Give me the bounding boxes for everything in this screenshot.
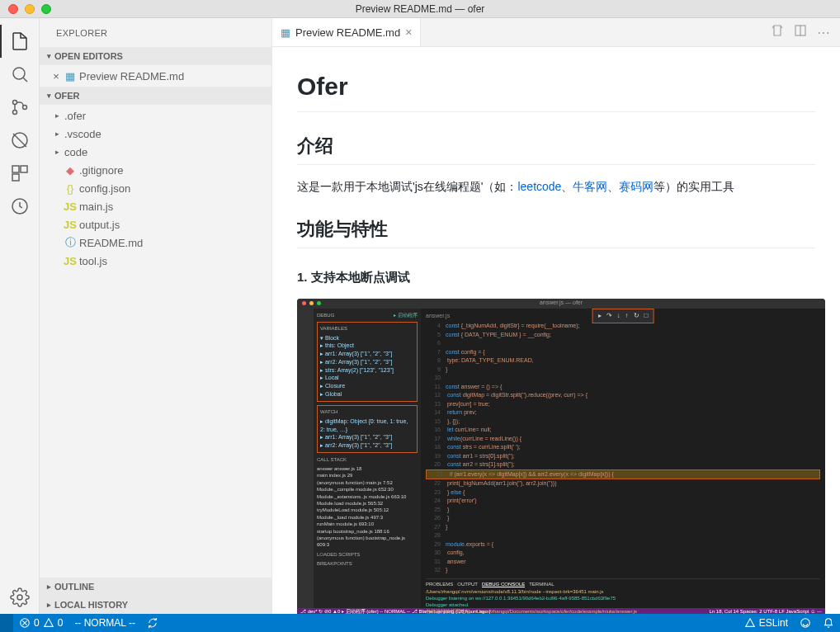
sync-button[interactable] xyxy=(141,614,164,632)
open-editor-item[interactable]: × ▦ Preview README.md xyxy=(40,67,271,85)
sidebar: EXPLORER ▾ OPEN EDITORS × ▦ Preview READ… xyxy=(40,18,272,614)
extensions-icon[interactable] xyxy=(0,157,40,190)
heading-1: Ofer xyxy=(297,68,815,112)
window-controls xyxy=(0,4,51,14)
search-icon[interactable] xyxy=(0,58,40,91)
statusbar: 0 0 -- NORMAL -- ESLint xyxy=(0,614,840,632)
source-control-icon[interactable] xyxy=(0,91,40,124)
local-history-header[interactable]: ▸ LOCAL HISTORY xyxy=(40,596,271,614)
tree-file[interactable]: JStool.js xyxy=(40,252,271,270)
activity-bar xyxy=(0,18,40,614)
chevron-down-icon: ▾ xyxy=(43,92,54,100)
tree-file[interactable]: JSmain.js xyxy=(40,197,271,215)
tree-file[interactable]: ◆.gitignore xyxy=(40,161,271,179)
eslint-button[interactable]: ESLint xyxy=(739,614,794,632)
minimize-window-button[interactable] xyxy=(25,4,35,14)
svg-point-0 xyxy=(13,68,25,79)
debug-icon[interactable] xyxy=(0,124,40,157)
embedded-screenshot-1: answer.js — ofer DEBUG▸ 启动程序 VARIABLES ▾… xyxy=(297,299,825,615)
editor-area: ▦ Preview README.md × ⋯ Ofer 介绍 这是一款用于本地… xyxy=(272,18,840,614)
info-icon: ⓘ xyxy=(63,235,78,250)
json-icon: {} xyxy=(63,182,78,195)
titlebar: Preview README.md — ofer xyxy=(0,0,840,18)
tab-label: Preview README.md xyxy=(295,26,400,39)
chevron-right-icon: ▸ xyxy=(51,130,63,138)
open-editor-label: Preview README.md xyxy=(79,70,184,83)
js-icon: JS xyxy=(63,255,78,267)
close-window-button[interactable] xyxy=(8,4,18,14)
gitignore-icon: ◆ xyxy=(63,164,78,177)
tree-folder[interactable]: ▸.ofer xyxy=(40,106,271,125)
timeline-icon[interactable] xyxy=(0,190,40,223)
open-editors-label: OPEN EDITORS xyxy=(54,51,123,61)
preview-icon: ▦ xyxy=(281,26,290,39)
markdown-preview[interactable]: Ofer 介绍 这是一款用于本地调试'js在线编程题'（如：leetcode、牛… xyxy=(272,47,840,614)
intro-paragraph: 这是一款用于本地调试'js在线编程题'（如：leetcode、牛客网、赛码网等）… xyxy=(297,178,815,196)
tab-actions: ⋯ xyxy=(761,18,840,46)
link-niuke[interactable]: 牛客网 xyxy=(573,180,607,193)
explorer-icon[interactable] xyxy=(0,25,40,58)
svg-point-3 xyxy=(22,106,26,110)
maximize-window-button[interactable] xyxy=(41,4,51,14)
settings-gear-icon[interactable] xyxy=(0,581,40,614)
svg-point-2 xyxy=(12,111,17,115)
svg-rect-5 xyxy=(12,166,19,172)
svg-rect-6 xyxy=(21,166,27,172)
heading-2-features: 功能与特性 xyxy=(297,215,815,248)
svg-point-1 xyxy=(12,101,17,105)
window-title: Preview README.md — ofer xyxy=(356,3,485,15)
tree-file[interactable]: {}config.json xyxy=(40,179,271,197)
js-icon: JS xyxy=(63,219,78,231)
close-icon[interactable]: × xyxy=(50,70,63,83)
outline-label: OUTLINE xyxy=(54,582,94,592)
sidebar-title: EXPLORER xyxy=(40,18,271,47)
local-history-label: LOCAL HISTORY xyxy=(54,600,128,610)
notifications-icon[interactable] xyxy=(817,614,840,632)
more-icon[interactable]: ⋯ xyxy=(817,25,830,40)
tabs-bar: ▦ Preview README.md × ⋯ xyxy=(272,18,840,47)
svg-point-9 xyxy=(17,595,22,600)
svg-rect-7 xyxy=(12,174,19,181)
open-editors-header[interactable]: ▾ OPEN EDITORS xyxy=(40,47,271,65)
close-icon[interactable]: × xyxy=(405,26,412,39)
outline-header[interactable]: ▸ OUTLINE xyxy=(40,578,271,596)
remote-button[interactable] xyxy=(0,614,13,632)
heading-3-feature1: 1. 支持本地断点调试 xyxy=(297,268,815,287)
vim-mode: -- NORMAL -- xyxy=(68,614,141,632)
js-icon: JS xyxy=(63,200,78,213)
tree-folder[interactable]: ▸.vscode xyxy=(40,125,271,143)
link-saima[interactable]: 赛码网 xyxy=(619,180,654,193)
chevron-right-icon: ▸ xyxy=(43,582,54,591)
chevron-right-icon: ▸ xyxy=(43,601,54,609)
folder-label: OFER xyxy=(54,91,80,101)
tab-preview-readme[interactable]: ▦ Preview README.md × xyxy=(272,18,421,46)
tree-file[interactable]: JSoutput.js xyxy=(40,215,271,233)
emb-title: answer.js — ofer xyxy=(540,299,583,308)
split-editor-icon[interactable] xyxy=(794,24,807,40)
feedback-icon[interactable] xyxy=(794,614,817,632)
link-leetcode[interactable]: leetcode xyxy=(517,180,561,193)
chevron-right-icon: ▸ xyxy=(51,111,63,120)
chevron-right-icon: ▸ xyxy=(51,148,63,156)
tree-folder[interactable]: ▸code xyxy=(40,143,271,161)
preview-icon: ▦ xyxy=(63,70,78,83)
chevron-down-icon: ▾ xyxy=(43,52,54,60)
open-changes-icon[interactable] xyxy=(771,24,784,40)
heading-2-intro: 介绍 xyxy=(297,132,815,165)
problems-button[interactable]: 0 0 xyxy=(13,614,68,632)
file-tree: ▸.ofer ▸.vscode ▸code ◆.gitignore {}conf… xyxy=(40,105,271,578)
tree-file[interactable]: ⓘREADME.md xyxy=(40,233,271,252)
folder-header[interactable]: ▾ OFER xyxy=(40,87,271,105)
